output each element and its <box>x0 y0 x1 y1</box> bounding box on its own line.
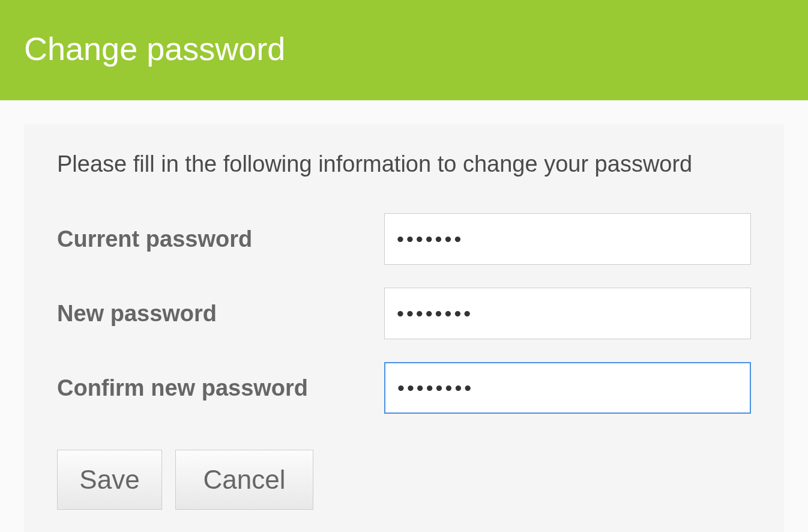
save-button[interactable]: Save <box>57 450 162 510</box>
content-area: Please fill in the following information… <box>0 100 808 532</box>
form-instruction: Please fill in the following information… <box>57 148 751 180</box>
button-row: Save Cancel <box>57 450 751 510</box>
confirm-password-label: Confirm new password <box>57 375 384 401</box>
new-password-label: New password <box>57 301 384 327</box>
new-password-row: New password <box>57 288 751 339</box>
new-password-input[interactable] <box>384 288 751 339</box>
current-password-label: Current password <box>57 226 384 252</box>
page-header: Change password <box>0 0 808 100</box>
current-password-input[interactable] <box>384 213 751 265</box>
current-password-row: Current password <box>57 213 751 265</box>
cancel-button[interactable]: Cancel <box>175 450 313 510</box>
confirm-password-row: Confirm new password <box>57 362 751 414</box>
confirm-password-input[interactable] <box>384 362 751 414</box>
page-title: Change password <box>24 30 784 67</box>
change-password-form: Please fill in the following information… <box>24 124 784 532</box>
